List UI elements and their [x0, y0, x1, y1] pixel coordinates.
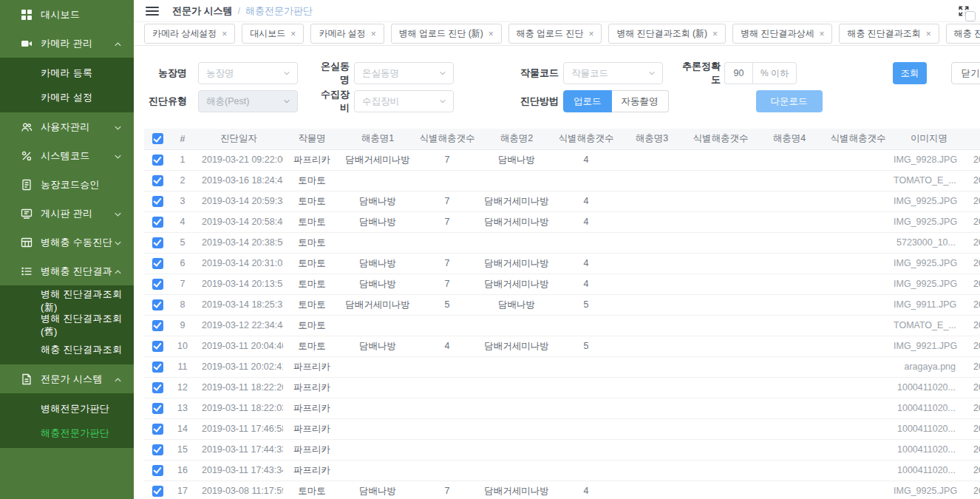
cell-pest: 담배거세미나방 — [480, 336, 554, 356]
accuracy-input[interactable] — [724, 62, 752, 84]
tab-9[interactable]: 해충 진단결과상세× — [946, 24, 980, 44]
cell-num: 8 — [171, 294, 194, 315]
cell-count — [823, 439, 894, 460]
row-checkbox[interactable] — [152, 237, 163, 248]
column-header: 진단일자 — [194, 129, 283, 149]
cell-date: 2019-03-11 17:44:33 — [194, 439, 283, 460]
cell-pest — [756, 336, 823, 356]
sidebar-subitem-label: 병해 진단결과조회 (新) — [41, 288, 134, 314]
row-checkbox[interactable] — [152, 258, 163, 269]
row-checkbox[interactable] — [152, 279, 163, 290]
sidebar-item-label: 병해충 진단결과 — [41, 265, 112, 278]
cell-pest — [756, 253, 823, 274]
sidebar-subitem[interactable]: 해충 진단결과조회 — [0, 337, 134, 361]
sidebar-item-board[interactable]: 게시판 관리 — [0, 199, 134, 228]
sidebar-subitem[interactable]: 해충전문가판단 — [0, 421, 134, 445]
sidebar-item-result[interactable]: 병해충 진단결과 — [0, 257, 134, 285]
tab-6[interactable]: 병해 진단결과조회 (新)× — [608, 24, 726, 44]
board-icon — [21, 208, 33, 220]
cell-crop: 파프리카 — [283, 460, 341, 481]
cell-pest: 담배거세미나방 — [480, 274, 554, 294]
cell-pest: 담배나방 — [341, 191, 415, 211]
crop-code-select[interactable]: 작물코드 — [563, 62, 663, 84]
greenhouse-select[interactable]: 온실동명 — [354, 62, 454, 84]
sidebar-item-label: 병해충 수동진단 — [41, 236, 112, 249]
cell-reg: 2019 — [964, 439, 980, 460]
sidebar-item-syscode[interactable]: 시스템코드 — [0, 141, 134, 170]
cell-pest — [480, 377, 554, 398]
row-checkbox[interactable] — [152, 155, 163, 166]
sidebar-subitem[interactable]: 병해전문가판단 — [0, 396, 134, 421]
sidebar-subitem[interactable]: 카메라 설정 — [0, 85, 134, 109]
cell-crop: 파프리카 — [283, 149, 341, 170]
sidebar-item-expert[interactable]: 전문가 시스템 — [0, 364, 134, 393]
row-checkbox[interactable] — [152, 341, 163, 352]
tab-close-icon[interactable]: × — [819, 29, 824, 39]
download-button[interactable]: 다운로드 — [756, 90, 823, 112]
row-checkbox[interactable] — [152, 486, 163, 497]
syscode-icon — [21, 150, 33, 162]
edge-icon-partial[interactable] — [965, 11, 976, 21]
sidebar-subitem[interactable]: 병해 진단결과조회 (舊) — [0, 313, 134, 337]
tab-close-icon[interactable]: × — [926, 29, 931, 39]
tab-close-icon[interactable]: × — [222, 29, 227, 39]
row-checkbox[interactable] — [152, 320, 163, 331]
cell-reg: 2018 — [964, 274, 980, 294]
cell-pest: 담배거세미나방 — [480, 481, 554, 499]
cell-reg: 2018 — [964, 294, 980, 315]
sidebar-subitem[interactable]: 카메라 등록 — [0, 61, 134, 85]
row-checkbox[interactable] — [152, 403, 163, 414]
method-option-2[interactable]: 자동촬영 — [612, 90, 669, 112]
diagnosis-type-select[interactable]: 해충(Pest) — [198, 90, 298, 112]
cell-count — [554, 170, 619, 191]
cell-pest — [480, 398, 554, 418]
cell-num: 9 — [171, 315, 194, 336]
row-checkbox[interactable] — [152, 424, 163, 435]
diagnosis-type-label: 진단유형 — [144, 95, 187, 108]
sidebar-item-manual[interactable]: 병해충 수동진단 — [0, 228, 134, 257]
select-all-checkbox[interactable] — [152, 133, 163, 144]
hamburger-menu-icon[interactable] — [146, 7, 159, 16]
row-checkbox[interactable] — [152, 444, 163, 455]
tab-1[interactable]: 카메라 상세설정× — [144, 24, 235, 44]
device-label: 수집장비 — [314, 88, 350, 115]
tab-close-icon[interactable]: × — [712, 29, 718, 39]
column-header: 식별해충갯수 — [685, 129, 756, 149]
cell-pest: 담배거세미나방 — [341, 294, 415, 315]
row-checkbox[interactable] — [152, 196, 163, 207]
tab-2[interactable]: 대시보드× — [242, 24, 304, 44]
cell-img: 5723000_10... — [894, 232, 964, 253]
tab-close-icon[interactable]: × — [588, 29, 593, 39]
sidebar-item-farmcode[interactable]: 농장코드승인 — [0, 170, 134, 199]
row-checkbox[interactable] — [152, 299, 163, 310]
dashboard-icon — [21, 9, 33, 21]
tab-8[interactable]: 해충 진단결과조회× — [839, 24, 939, 44]
cell-reg: 2019 — [964, 315, 980, 336]
device-select[interactable]: 수집장비 — [354, 90, 454, 112]
cell-pest — [341, 439, 415, 460]
sidebar-item-camera[interactable]: 카메라 관리 — [0, 29, 134, 58]
sidebar-subitem[interactable]: 병해 진단결과조회 (新) — [0, 288, 134, 313]
row-checkbox[interactable] — [152, 175, 163, 186]
close-button[interactable]: 닫기 — [951, 62, 980, 84]
tab-close-icon[interactable]: × — [371, 29, 376, 39]
tab-7[interactable]: 병해 진단결과상세× — [732, 24, 832, 44]
row-checkbox[interactable] — [152, 382, 163, 393]
farm-name-select[interactable]: 농장명 — [198, 62, 298, 84]
search-button[interactable]: 조회 — [893, 62, 927, 84]
sidebar-item-users[interactable]: 사용자관리 — [0, 112, 134, 141]
cell-pest — [756, 191, 823, 211]
row-checkbox[interactable] — [152, 361, 163, 373]
row-checkbox[interactable] — [152, 217, 163, 228]
row-checkbox-cell — [144, 274, 171, 294]
sidebar-item-dashboard[interactable]: 대시보드 — [0, 0, 134, 29]
row-checkbox[interactable] — [152, 465, 163, 476]
tab-5[interactable]: 해충 업로드 진단× — [508, 24, 602, 44]
cell-date: 2019-03-11 17:43:34 — [194, 460, 283, 481]
table-row: 142019-03-11 17:46:58파프리카1000411020...20… — [144, 418, 980, 439]
tab-3[interactable]: 카메라 설정× — [310, 24, 384, 44]
tab-4[interactable]: 병해 업로드 진단 (新)× — [391, 24, 502, 44]
tab-close-icon[interactable]: × — [290, 29, 296, 39]
tab-close-icon[interactable]: × — [489, 29, 494, 39]
method-option-1[interactable]: 업로드 — [563, 90, 612, 112]
